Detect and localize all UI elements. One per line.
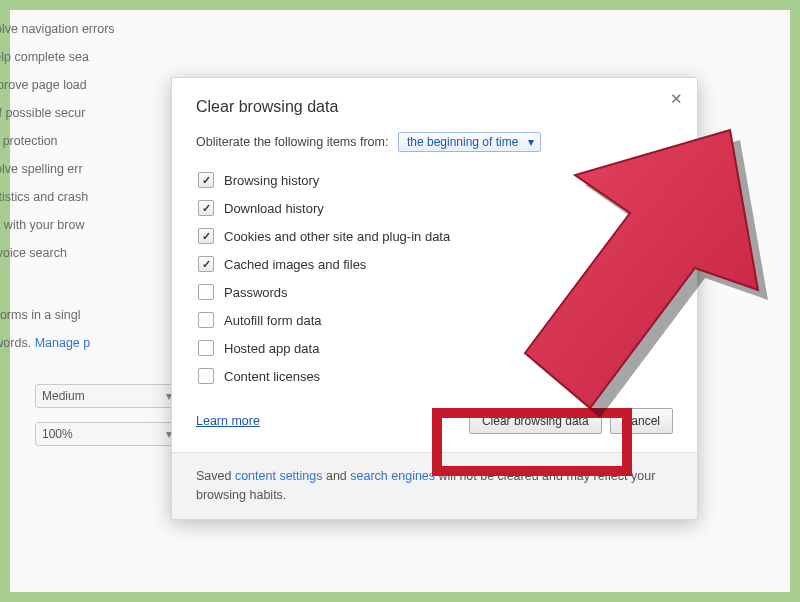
app-frame: ce to help resolve navigation errors n s… [0,0,800,602]
checkbox-label: Content licenses [224,369,320,384]
checkbox[interactable] [198,284,214,300]
bg-row: n service to help complete sea [0,43,320,71]
checkbox-row[interactable]: Cookies and other site and plug-in data [198,222,673,250]
footer-text: and [322,469,350,483]
font-size-select[interactable]: Medium [35,384,179,408]
close-icon[interactable]: ✕ [670,90,683,108]
checkbox[interactable] [198,172,214,188]
checkbox-label: Passwords [224,285,288,300]
checkbox-row[interactable]: Autofill form data [198,306,673,334]
checkbox-label: Hosted app data [224,341,319,356]
checkbox-label: Autofill form data [224,313,322,328]
dialog-actions: Learn more Clear browsing data Cancel [196,408,673,434]
checkbox[interactable] [198,340,214,356]
bg-row-text: our web passwords. [0,336,35,350]
checkbox-label: Cached images and files [224,257,366,272]
obliterate-row: Obliterate the following items from: the… [196,132,673,152]
checkbox-row[interactable]: Cached images and files [198,250,673,278]
search-engines-link[interactable]: search engines [350,469,435,483]
checkbox[interactable] [198,256,214,272]
checkbox-row[interactable]: Passwords [198,278,673,306]
clear-data-checklist: Browsing historyDownload historyCookies … [196,166,673,390]
checkbox[interactable] [198,228,214,244]
checkbox-label: Cookies and other site and plug-in data [224,229,450,244]
dialog-title: Clear browsing data [196,98,673,116]
dialog-footer: Saved content settings and search engine… [172,452,697,519]
checkbox[interactable] [198,368,214,384]
checkbox-label: Browsing history [224,173,319,188]
content-settings-link[interactable]: content settings [235,469,323,483]
checkbox[interactable] [198,200,214,216]
page-zoom-select[interactable]: 100% [35,422,179,446]
manage-passwords-link[interactable]: Manage p [35,336,91,350]
footer-text: Saved [196,469,235,483]
clear-browsing-data-dialog: ✕ Clear browsing data Obliterate the fol… [171,77,698,520]
learn-more-link[interactable]: Learn more [196,414,260,428]
time-range-select[interactable]: the beginning of time [398,132,541,152]
bg-row: ce to help resolve navigation errors [0,15,320,43]
checkbox-row[interactable]: Hosted app data [198,334,673,362]
checkbox-label: Download history [224,201,324,216]
checkbox[interactable] [198,312,214,328]
cancel-button[interactable]: Cancel [610,408,673,434]
checkbox-row[interactable]: Download history [198,194,673,222]
obliterate-label: Obliterate the following items from: [196,135,388,149]
checkbox-row[interactable]: Browsing history [198,166,673,194]
checkbox-row[interactable]: Content licenses [198,362,673,390]
clear-browsing-data-button[interactable]: Clear browsing data [469,408,602,434]
